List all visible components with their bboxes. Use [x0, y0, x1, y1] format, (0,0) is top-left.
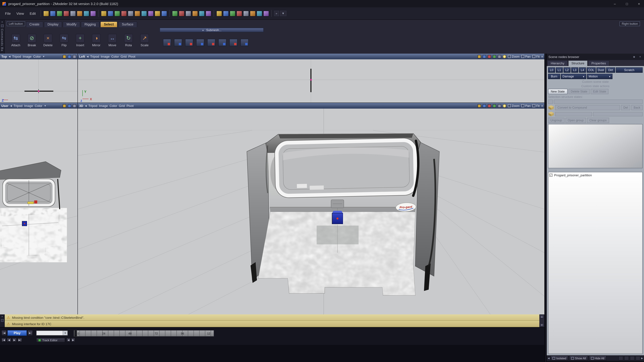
animation-dropdown[interactable]: ▼ [36, 331, 68, 336]
toolbar-icon[interactable] [263, 10, 269, 16]
3d-model-canvas[interactable]: Pro-gard [78, 109, 544, 314]
viewport-left-body[interactable]: Y X Z [78, 59, 544, 103]
messages-close-icon[interactable]: × [2, 315, 3, 318]
scroll-left-icon[interactable]: ◀ [548, 357, 550, 360]
viewport-icon[interactable] [63, 55, 66, 58]
toolbar-icon[interactable] [243, 10, 249, 16]
messages-scrollbar[interactable]: ▲ ▼ [539, 314, 544, 327]
timeline-ruler[interactable]: 0 24 48 72 96 12 [74, 330, 214, 337]
toolbar-icon[interactable] [148, 10, 154, 16]
toolbar-icon[interactable] [141, 10, 147, 16]
lod-l0-button[interactable]: L0 [548, 67, 555, 73]
scratch-button[interactable]: Scratch [616, 67, 643, 73]
viewport-top-body[interactable]: Z [0, 59, 78, 103]
submesh-icon[interactable] [196, 39, 204, 46]
grid-menu[interactable]: Grid [120, 55, 126, 58]
toolbar-overflow-button[interactable]: » [274, 11, 279, 16]
footer-icon-button[interactable] [630, 356, 634, 360]
viewport-icon[interactable] [498, 55, 501, 58]
footer-icon-button[interactable] [636, 356, 640, 360]
user-view-canvas[interactable] [0, 109, 78, 314]
go-last-frame-button[interactable]: ▶| [28, 330, 33, 336]
lod-l1-button[interactable]: L1 [556, 67, 563, 73]
toolbar-icon[interactable] [216, 10, 222, 16]
close-button[interactable]: × [634, 0, 644, 7]
lod-l2-button[interactable]: L2 [564, 67, 570, 73]
footer-icon-button[interactable] [618, 356, 623, 360]
scroll-right-icon[interactable]: ▶ [641, 357, 643, 360]
viewport-icon[interactable] [492, 104, 496, 107]
lod-l4-button[interactable]: L4 [579, 67, 586, 73]
toolbar-icon[interactable] [223, 10, 228, 16]
commands-bar-close-icon[interactable]: × [2, 20, 3, 23]
viewport-icon[interactable] [488, 55, 491, 58]
collapse-icon[interactable]: ◀ [85, 104, 87, 107]
toolbar-icon[interactable] [192, 10, 198, 16]
scene-nodes-list[interactable]: ✓ Progard_prisoner_partition [548, 172, 643, 354]
tripod-menu[interactable]: Tripod [90, 55, 99, 58]
image-menu[interactable]: Image [101, 55, 110, 58]
pivot-menu[interactable]: Pivot [128, 55, 135, 58]
color-menu[interactable]: Color [33, 55, 41, 58]
col-button[interactable]: COL [587, 67, 596, 73]
tab-modify[interactable]: Modify [63, 21, 80, 27]
viewport-3d-body[interactable]: Pro-gard [78, 109, 544, 314]
mirror-tool-button[interactable]: ◑Mirror [88, 28, 104, 53]
dirt-button[interactable]: Dirt [606, 67, 615, 73]
menu-view[interactable]: View [14, 10, 26, 16]
toolbar-icon[interactable] [108, 10, 113, 16]
color-menu[interactable]: Color [35, 104, 42, 108]
node-visibility-checkbox[interactable]: ✓ [550, 174, 552, 177]
pivot-menu[interactable]: Pivot [126, 104, 134, 108]
viewport-icon[interactable] [478, 104, 481, 107]
attach-tool-button[interactable]: ⇆Attach [8, 28, 24, 53]
toolbar-icon[interactable] [250, 10, 256, 16]
top-view-canvas[interactable]: Z [0, 59, 78, 103]
show-all-button[interactable]: Show All [569, 356, 588, 361]
menu-edit[interactable]: Edit [27, 10, 38, 16]
tab-surface[interactable]: Surface [118, 21, 137, 27]
maximize-button[interactable]: □ [622, 0, 632, 7]
close-icon[interactable]: × [638, 55, 642, 58]
submesh-header[interactable]: ▲ Submesh... [160, 28, 264, 32]
tab-rigging[interactable]: Rigging [81, 21, 100, 27]
viewport-user-body[interactable] [0, 109, 78, 314]
image-menu[interactable]: Image [24, 104, 33, 108]
hide-all-button[interactable]: Hide All [589, 356, 606, 361]
toolbar-icon[interactable] [178, 10, 184, 16]
lod-l3-button[interactable]: L3 [571, 67, 578, 73]
viewport-icon[interactable] [498, 104, 501, 107]
submesh-icon[interactable] [230, 39, 238, 46]
dust-button[interactable]: Dust [596, 67, 606, 73]
tab-structure[interactable]: Structure [568, 60, 588, 66]
burn-button[interactable]: Burn [548, 74, 560, 79]
left-button-label[interactable]: Left button [7, 21, 25, 26]
motion-dropdown[interactable]: Motion▼ [587, 74, 612, 79]
footer-icon-button[interactable] [624, 356, 629, 360]
light-bulb-icon[interactable] [502, 104, 506, 107]
toolbar-icon[interactable] [121, 10, 126, 16]
isolated-button[interactable]: Isolated [550, 356, 568, 361]
play-button[interactable]: Play [8, 330, 27, 336]
color-menu[interactable]: Color [110, 104, 117, 108]
image-menu[interactable]: Image [23, 55, 32, 58]
pan-control[interactable]: Pan [521, 55, 530, 58]
track-editor-button[interactable]: Track Editor [36, 338, 65, 343]
move-tool-button[interactable]: ↔Move [105, 28, 120, 53]
chevron-down-icon[interactable]: ▼ [44, 105, 46, 107]
toolbar-icon[interactable] [56, 10, 62, 16]
viewport-icon[interactable] [68, 55, 71, 58]
delete-tool-button[interactable]: ×Delete [40, 28, 56, 53]
toolbar-icon[interactable] [230, 10, 235, 16]
zoom-control[interactable]: Zoom [508, 104, 520, 107]
timeline-zoom-in-button[interactable]: ▶ [71, 338, 75, 342]
toolbar-icon[interactable] [83, 10, 89, 16]
timeline-slider-handle[interactable] [74, 331, 77, 336]
step-back-button[interactable]: ◀ [7, 338, 12, 342]
viewport-icon[interactable] [63, 104, 66, 107]
toolbar-icon[interactable] [172, 10, 178, 16]
step-first-button[interactable]: |◀ [1, 338, 6, 342]
scroll-up-icon[interactable]: ▲ [540, 315, 544, 319]
break-tool-button[interactable]: ⊘Break [24, 28, 40, 53]
toolbar-icon[interactable] [185, 10, 191, 16]
